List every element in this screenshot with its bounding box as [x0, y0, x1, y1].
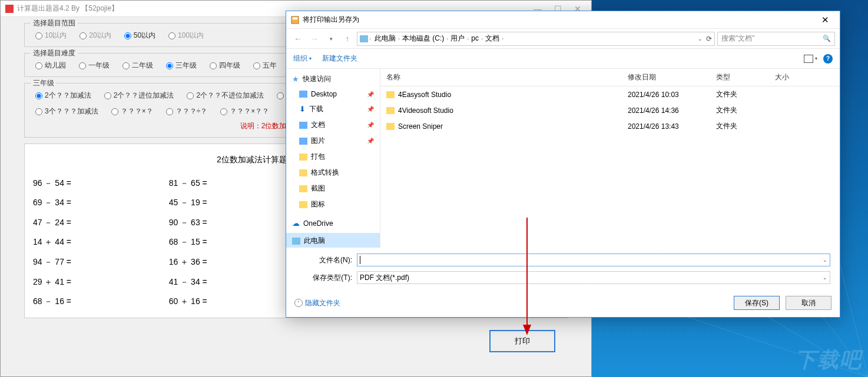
cloud-icon: ☁ — [292, 219, 300, 228]
sidebar-item[interactable]: Desktop📌 — [286, 87, 380, 101]
folder-icon — [386, 123, 395, 130]
print-button[interactable]: 打印 — [489, 330, 555, 352]
watermark: 下载吧 — [795, 346, 862, 375]
quick-access-group[interactable]: ★快速访问 — [286, 71, 380, 87]
col-modified[interactable]: 修改日期 — [628, 72, 716, 82]
dialog-close-button[interactable]: ✕ — [813, 12, 837, 28]
radio-option[interactable]: 100以内 — [168, 31, 204, 41]
forward-button[interactable]: → — [307, 32, 322, 46]
problem-cell: 45 － 19 = — [169, 193, 287, 213]
column-headers[interactable]: 名称 修改日期 类型 大小 — [380, 69, 840, 86]
folder-icon — [386, 91, 395, 98]
problem-cell: 94 － 77 = — [33, 252, 151, 272]
cancel-button[interactable]: 取消 — [786, 296, 831, 310]
folder-icon — [299, 154, 307, 161]
pin-icon: 📌 — [367, 122, 374, 128]
radio-option[interactable]: ？？？÷？ — [166, 106, 208, 116]
sidebar-item-label: 截图 — [311, 184, 325, 193]
view-menu[interactable]: ▾ — [804, 55, 817, 63]
breadcrumb-segment[interactable]: pc — [469, 34, 481, 42]
sidebar-item[interactable]: 图片📌 — [286, 133, 380, 149]
pin-icon: 📌 — [367, 138, 374, 144]
radio-option[interactable]: ？？？×？？ — [220, 106, 269, 116]
file-row[interactable]: 4Easysoft Studio2021/4/26 10:03文件夹 — [380, 86, 840, 102]
back-button[interactable]: ← — [291, 32, 305, 46]
dialog-fields: 文件名(N): ⌄ 保存类型(T): PDF 文档(*.pdf)⌄ — [286, 248, 840, 291]
up-button[interactable]: ↑ — [340, 32, 355, 46]
sidebar-item[interactable]: 格式转换 — [286, 165, 380, 181]
file-row[interactable]: 4Videosoft Studio2021/4/26 14:36文件夹 — [380, 102, 840, 118]
folder-icon — [299, 185, 307, 192]
radio-option[interactable]: 3个？？？加减法 — [35, 106, 98, 116]
address-bar[interactable]: › 此电脑›本地磁盘 (C:)›用户›pc›文档› ⌄⟳ — [357, 32, 715, 46]
onedrive-item[interactable]: ☁OneDrive — [286, 216, 380, 231]
col-size[interactable]: 大小 — [775, 72, 834, 82]
radio-option[interactable]: 10以内 — [35, 31, 67, 41]
dialog-toolbar: 组织▾ 新建文件夹 ▾ ? — [286, 49, 840, 69]
radio-option[interactable]: 2个？？进位加减法 — [104, 91, 174, 101]
help-icon[interactable]: ? — [823, 54, 833, 64]
difficulty-group-title: 选择题目难度 — [31, 48, 78, 58]
folder-icon — [299, 122, 307, 129]
sidebar-item[interactable]: 打包 — [286, 149, 380, 165]
filename-input[interactable]: ⌄ — [357, 253, 830, 266]
col-type[interactable]: 类型 — [716, 72, 775, 82]
radio-option[interactable]: 50以内 — [124, 31, 155, 41]
sidebar-item[interactable]: ⬇下载📌 — [286, 101, 380, 117]
refresh-icon[interactable]: ⟳ — [706, 35, 712, 43]
filetype-label: 保存类型(T): — [286, 273, 357, 283]
sidebar-item-label: 图标 — [311, 199, 325, 209]
problem-cell: 69 － 34 = — [33, 193, 151, 213]
grade-group-title: 三年级 — [31, 78, 57, 88]
dialog-titlebar: 将打印输出另存为 ✕ — [286, 11, 840, 29]
breadcrumb-segment[interactable]: 用户 — [448, 34, 467, 42]
dialog-footer: ˄隐藏文件夹 保存(S) 取消 — [286, 291, 840, 317]
radio-option[interactable]: 三年级 — [166, 61, 197, 71]
breadcrumb-segment[interactable]: 文档 — [483, 34, 502, 42]
radio-option[interactable]: 二年级 — [122, 61, 153, 71]
dialog-sidebar: ★快速访问 Desktop📌⬇下载📌文档📌图片📌打包格式转换截图图标 ☁OneD… — [286, 69, 380, 248]
problem-cell: 29 ＋ 41 = — [33, 272, 151, 292]
folder-icon — [299, 91, 307, 98]
range-group-title: 选择题目范围 — [31, 18, 78, 28]
filetype-select[interactable]: PDF 文档(*.pdf)⌄ — [357, 271, 830, 284]
radio-option[interactable]: 四年级 — [210, 61, 240, 71]
col-name[interactable]: 名称 — [386, 72, 628, 82]
chevron-up-icon: ˄ — [294, 299, 303, 307]
sidebar-item[interactable]: 文档📌 — [286, 117, 380, 133]
breadcrumb-segment[interactable]: 本地磁盘 (C:) — [400, 34, 446, 42]
sidebar-item-label: Desktop — [311, 90, 337, 98]
radio-option[interactable]: 20以内 — [79, 31, 111, 41]
problem-cell: 47 － 24 = — [33, 213, 151, 233]
radio-option[interactable]: 一年级 — [79, 61, 110, 71]
sidebar-item[interactable]: 图标 — [286, 196, 380, 212]
sidebar-item-label: 格式转换 — [311, 168, 339, 178]
search-input[interactable]: 搜索"文档" 🔍 — [717, 32, 835, 46]
path-dropdown-icon[interactable]: ⌄ — [698, 36, 703, 42]
file-list: 名称 修改日期 类型 大小 4Easysoft Studio2021/4/26 … — [380, 69, 840, 248]
radio-option[interactable]: 五年 — [253, 61, 277, 71]
new-folder-button[interactable]: 新建文件夹 — [322, 54, 357, 64]
this-pc-item[interactable]: 此电脑 — [286, 233, 380, 248]
dialog-nav: ← → ▾ ↑ › 此电脑›本地磁盘 (C:)›用户›pc›文档› ⌄⟳ 搜索"… — [286, 29, 840, 49]
radio-option[interactable]: 2个？？不进位加减法 — [187, 91, 264, 101]
save-dialog: 将打印输出另存为 ✕ ← → ▾ ↑ › 此电脑›本地磁盘 (C:)›用户›pc… — [286, 11, 840, 318]
sidebar-item-label: 下载 — [309, 104, 323, 114]
filename-label: 文件名(N): — [286, 255, 357, 265]
organize-menu[interactable]: 组织▾ — [293, 54, 312, 64]
pc-icon — [292, 238, 300, 245]
radio-option[interactable]: 幼儿园 — [35, 61, 66, 71]
problem-cell: 90 － 63 = — [169, 213, 287, 233]
radio-option[interactable]: 2个？？加减法 — [35, 91, 91, 101]
folder-icon — [299, 138, 307, 145]
sidebar-item-label: 图片 — [311, 136, 325, 146]
hide-folders-link[interactable]: ˄隐藏文件夹 — [294, 298, 340, 308]
save-button[interactable]: 保存(S) — [734, 296, 780, 310]
radio-option[interactable]: ？？？×？ — [111, 106, 153, 116]
breadcrumb-segment[interactable]: 此电脑 — [372, 34, 398, 42]
sidebar-item[interactable]: 截图 — [286, 181, 380, 196]
recent-dropdown[interactable]: ▾ — [324, 32, 338, 46]
problem-cell: 41 － 34 = — [169, 272, 287, 292]
file-row[interactable]: Screen Sniper2021/4/26 13:43文件夹 — [380, 118, 840, 134]
sidebar-item-label: 文档 — [311, 120, 325, 130]
